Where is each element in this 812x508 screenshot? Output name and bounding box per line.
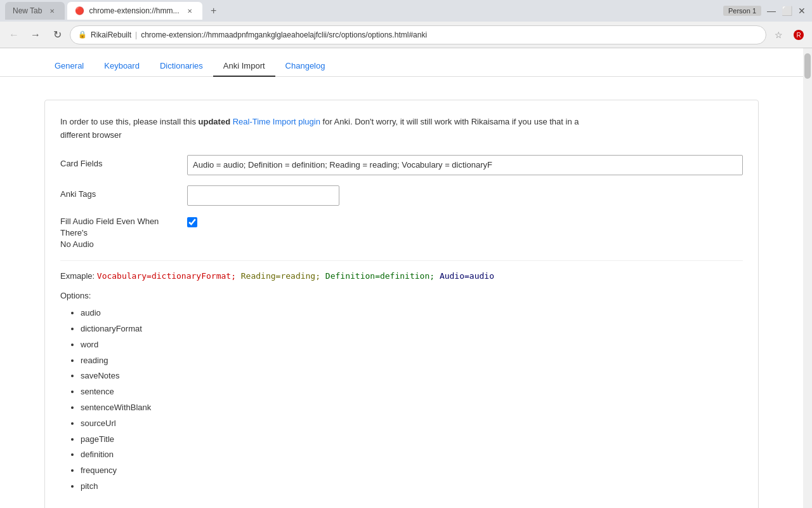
close-window-button[interactable]: ✕: [797, 6, 807, 16]
example-prefix: Exmaple:: [60, 271, 97, 281]
refresh-button[interactable]: ↻: [48, 26, 66, 44]
code-reading: Reading=reading;: [241, 271, 325, 281]
tab-new-tab[interactable]: New Tab ✕: [5, 2, 65, 20]
tab-dictionaries[interactable]: Dictionaries: [150, 56, 213, 77]
new-tab-button[interactable]: +: [205, 2, 223, 20]
list-item: audio: [81, 307, 743, 320]
tab-changelog[interactable]: Changelog: [275, 56, 336, 77]
fill-audio-row: Fill Audio Field Even When There's No Au…: [60, 216, 743, 251]
tab-general[interactable]: General: [44, 56, 94, 77]
list-item: sentence: [81, 385, 743, 399]
list-item: frequency: [81, 464, 743, 478]
address-bar: ← → ↻ 🔒 RikaiRebuilt | chrome-extension:…: [0, 22, 812, 48]
extension-favicon: 🔴: [75, 6, 84, 15]
section-divider: [60, 260, 743, 261]
new-tab-label: New Tab: [13, 6, 42, 15]
list-item: saveNotes: [81, 370, 743, 383]
anki-tags-row: Anki Tags: [60, 185, 743, 206]
main-area: General Keyboard Dictionaries Anki Impor…: [0, 48, 803, 508]
list-item: pageTitle: [81, 433, 743, 446]
close-extension-tab-button[interactable]: ✕: [185, 6, 195, 16]
example-code: Vocabulary=dictionaryFormat; Reading=rea…: [97, 271, 494, 281]
list-item: word: [81, 338, 743, 352]
code-audio: Audio=audio: [440, 271, 494, 281]
anki-tags-label: Anki Tags: [60, 185, 187, 199]
options-list: audio dictionaryFormat word reading save…: [60, 307, 743, 493]
url-separator: |: [135, 30, 137, 39]
fill-audio-checkbox[interactable]: [187, 217, 197, 227]
card-fields-row: Card Fields: [60, 155, 743, 175]
url-bar[interactable]: 🔒 RikaiRebuilt | chrome-extension://hmma…: [70, 25, 766, 44]
site-label: RikaiRebuilt: [91, 30, 131, 39]
list-item: sourceUrl: [81, 417, 743, 431]
plugin-link[interactable]: Real-Time Import plugin: [233, 117, 320, 126]
extension-tab-label: chrome-extension://hmm...: [89, 6, 179, 15]
intro-paragraph: In order to use this, please install thi…: [60, 116, 743, 142]
intro-bold: updated: [199, 117, 231, 126]
list-item: dictionaryFormat: [81, 323, 743, 336]
list-item: sentenceWithBlank: [81, 401, 743, 415]
lock-icon: 🔒: [78, 30, 87, 39]
tab-anki-import[interactable]: Anki Import: [213, 56, 275, 77]
tab-extension[interactable]: 🔴 chrome-extension://hmm... ✕: [67, 2, 202, 20]
page-body: In order to use this, please install thi…: [0, 77, 803, 508]
intro-after-link: for Anki. Don't worry, it will still wor…: [320, 117, 579, 126]
list-item: definition: [81, 448, 743, 462]
close-new-tab-button[interactable]: ✕: [47, 6, 57, 16]
card-fields-label: Card Fields: [60, 155, 187, 168]
maximize-button[interactable]: ⬜: [782, 6, 792, 16]
forward-button[interactable]: →: [27, 26, 44, 44]
tabs-navigation: General Keyboard Dictionaries Anki Impor…: [0, 48, 803, 77]
back-button[interactable]: ←: [5, 26, 23, 44]
profile-button[interactable]: Person 1: [723, 6, 761, 16]
scroll-thumb[interactable]: [804, 53, 811, 79]
page-content: General Keyboard Dictionaries Anki Impor…: [0, 48, 812, 508]
scrollbar[interactable]: [803, 48, 812, 508]
url-text: chrome-extension://hmmaadpnfmgankglglaea…: [141, 30, 758, 39]
anki-tags-input[interactable]: [187, 185, 339, 206]
options-title: Options:: [60, 291, 743, 300]
list-item: pitch: [81, 480, 743, 493]
intro-before-bold: In order to use this, please install thi…: [60, 117, 199, 126]
extension-icon-button[interactable]: R: [790, 27, 807, 43]
svg-text:R: R: [796, 32, 801, 39]
code-def: Definition=definition;: [325, 271, 440, 281]
list-item: reading: [81, 354, 743, 368]
fill-audio-label: Fill Audio Field Even When There's No Au…: [60, 216, 187, 251]
window-controls: Person 1 — ⬜ ✕: [723, 6, 807, 16]
content-box: In order to use this, please install thi…: [44, 100, 759, 508]
tab-keyboard[interactable]: Keyboard: [94, 56, 150, 77]
card-fields-control: [187, 155, 743, 175]
code-vocab: Vocabulary=dictionaryFormat;: [97, 271, 241, 281]
bookmark-button[interactable]: ☆: [770, 27, 787, 43]
intro-line2: different browser: [60, 130, 122, 140]
extension-icon: R: [793, 29, 804, 41]
card-fields-input[interactable]: [187, 155, 743, 175]
anki-tags-control: [187, 185, 743, 206]
example-paragraph: Exmaple: Vocabulary=dictionaryFormat; Re…: [60, 271, 743, 281]
title-bar: New Tab ✕ 🔴 chrome-extension://hmm... ✕ …: [0, 0, 812, 22]
minimize-button[interactable]: —: [766, 6, 776, 16]
